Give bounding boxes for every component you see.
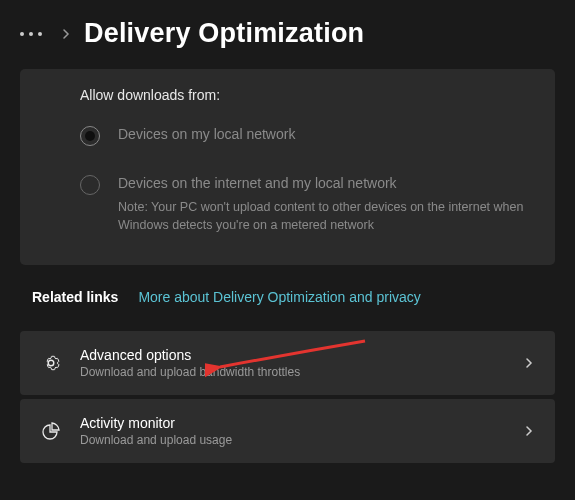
item-title: Advanced options (80, 347, 505, 363)
chevron-right-icon (523, 357, 535, 369)
chevron-right-icon (523, 425, 535, 437)
pie-chart-icon (40, 420, 62, 442)
radio-local-network[interactable]: Devices on my local network (80, 125, 535, 146)
allow-downloads-label: Allow downloads from: (80, 87, 535, 103)
radio-icon (80, 175, 100, 195)
item-subtitle: Download and upload usage (80, 433, 505, 447)
radio-label: Devices on the internet and my local net… (118, 174, 535, 194)
radio-icon (80, 126, 100, 146)
radio-note: Note: Your PC won't upload content to ot… (118, 198, 535, 236)
activity-monitor-item[interactable]: Activity monitor Download and upload usa… (20, 399, 555, 463)
chevron-right-icon (60, 28, 72, 40)
related-links-label: Related links (32, 289, 118, 305)
radio-label: Devices on my local network (118, 125, 535, 145)
radio-internet-and-local[interactable]: Devices on the internet and my local net… (80, 174, 535, 235)
page-title: Delivery Optimization (84, 18, 364, 49)
more-icon[interactable] (20, 32, 48, 36)
item-title: Activity monitor (80, 415, 505, 431)
gear-icon (40, 352, 62, 374)
privacy-link[interactable]: More about Delivery Optimization and pri… (138, 289, 420, 305)
page-header: Delivery Optimization (0, 0, 575, 69)
related-links-row: Related links More about Delivery Optimi… (20, 265, 555, 331)
advanced-options-item[interactable]: Advanced options Download and upload ban… (20, 331, 555, 395)
downloads-panel: Allow downloads from: Devices on my loca… (20, 69, 555, 265)
item-subtitle: Download and upload bandwidth throttles (80, 365, 505, 379)
